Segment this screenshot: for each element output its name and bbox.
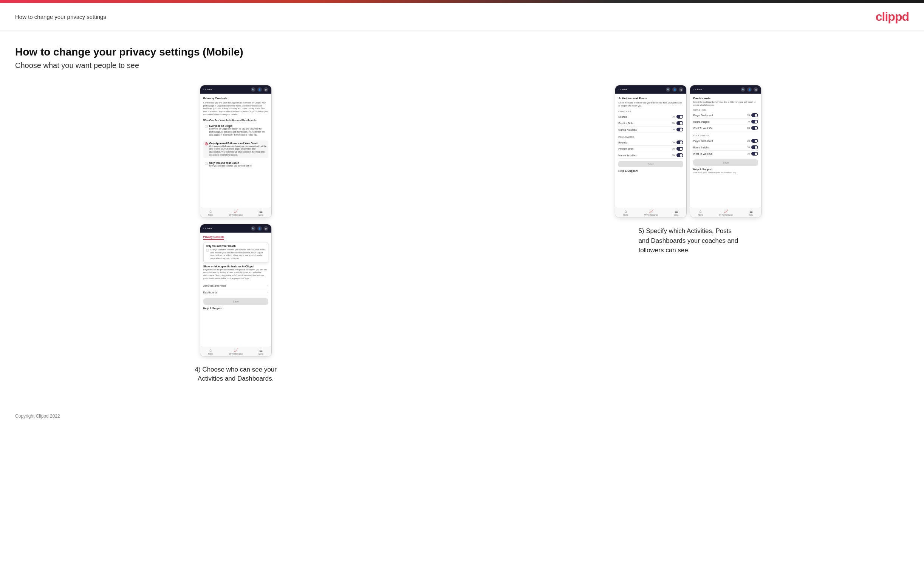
home-icon-3: ⌂	[625, 209, 627, 213]
toggle-coaches-insights-switch[interactable]	[751, 120, 758, 124]
nav-home-4[interactable]: ⌂ Home	[698, 209, 703, 216]
settings-icon[interactable]: ⚙	[264, 87, 268, 92]
chevron-activities: ›	[267, 284, 268, 287]
toggle-followers-rounds-switch[interactable]	[677, 140, 683, 144]
profile-icon-2[interactable]: 👤	[257, 226, 262, 231]
phone3-back[interactable]: ‹ < Back	[618, 89, 627, 90]
phone4-back[interactable]: ‹ < Back	[693, 89, 702, 90]
save-button-3[interactable]: Save	[618, 161, 683, 167]
phone4-content: Dashboards Select the dashboards that yo…	[690, 93, 761, 207]
phone-3: ‹ < Back 🔍 👤 ⚙ Activities and Posts Sele…	[615, 85, 687, 218]
phone4-topbar: ‹ < Back 🔍 👤 ⚙	[690, 85, 761, 93]
chart-icon-4: 📈	[724, 209, 728, 213]
toggle-coaches-manual[interactable]: Manual Activities ON	[618, 126, 683, 133]
profile-icon-3[interactable]: 👤	[672, 87, 677, 92]
nav-performance-3[interactable]: 📈 My Performance	[644, 209, 658, 216]
phone2-back[interactable]: ‹ < Back	[203, 227, 212, 230]
who-can-see-label: Who Can See Your Activities and Dashboar…	[203, 119, 268, 122]
toggle-followers-player-dash[interactable]: Player Dashboard ON	[693, 138, 758, 144]
toggle-coaches-round-insights[interactable]: Round Insights ON	[693, 119, 758, 125]
settings-icon-2[interactable]: ⚙	[264, 226, 268, 231]
menu-dashboards[interactable]: Dashboards ›	[203, 289, 268, 296]
toggle-coaches-what-to-work[interactable]: What To Work On ON	[693, 125, 758, 131]
option-only-you-text: Only You and Your Coach Only you and the…	[209, 162, 252, 168]
chart-icon-3: 📈	[649, 209, 653, 213]
toggle-followers-practice[interactable]: Practice Drills ON	[618, 146, 683, 152]
toggle-coaches-player-dash[interactable]: Player Dashboard ON	[693, 112, 758, 119]
search-icon[interactable]: 🔍	[251, 87, 255, 92]
toggle-coaches-practice-switch[interactable]	[677, 121, 683, 125]
toggle-followers-manual-switch[interactable]	[677, 153, 683, 157]
nav-menu-3[interactable]: ☰ Menu	[674, 209, 679, 216]
settings-icon-4[interactable]: ⚙	[754, 87, 758, 92]
phone1-bottomnav: ⌂ Home 📈 My Performance ☰ Menu	[200, 207, 271, 218]
option-everyone[interactable]: Everyone on Clippd Everyone on Clippd ca…	[203, 123, 268, 138]
toggle-coaches-manual-switch[interactable]	[677, 127, 683, 131]
toggle-followers-insights-switch[interactable]	[751, 145, 758, 149]
top-gradient-bar	[0, 0, 924, 3]
option-approved[interactable]: Only Approved Followers and Your Coach O…	[203, 140, 268, 158]
search-icon-3[interactable]: 🔍	[666, 87, 670, 92]
profile-icon[interactable]: 👤	[257, 87, 262, 92]
phone2-topbar: ‹ < Back 🔍 👤 ⚙	[200, 224, 271, 233]
copyright: Copyright Clippd 2022	[15, 414, 60, 419]
nav-menu-4[interactable]: ☰ Menu	[749, 209, 754, 216]
toggle-followers-round-insights[interactable]: Round Insights ON	[693, 144, 758, 151]
menu-icon-4: ☰	[750, 209, 753, 213]
dropdown-box: Only You and Your Coach Only you and the…	[203, 242, 268, 263]
show-hide-section: Show or hide specific features in Clippd…	[203, 265, 268, 280]
search-icon-2[interactable]: 🔍	[251, 226, 255, 231]
toggle-followers-what-to-work[interactable]: What To Work On ON	[693, 151, 758, 157]
search-icon-4[interactable]: 🔍	[741, 87, 745, 92]
home-icon-4: ⌂	[699, 209, 702, 213]
toggle-coaches-rounds-switch[interactable]	[677, 115, 683, 119]
save-button-4[interactable]: Save	[693, 160, 758, 166]
menu-icon-2: ☰	[259, 348, 263, 352]
chevron-dashboards: ›	[267, 291, 268, 294]
nav-performance-2[interactable]: 📈 My Performance	[229, 348, 243, 355]
settings-icon-3[interactable]: ⚙	[679, 87, 683, 92]
profile-icon-4[interactable]: 👤	[747, 87, 752, 92]
toggle-coaches-practice[interactable]: Practice Drills ON	[618, 120, 683, 126]
toggle-followers-manual[interactable]: Manual Activities ON	[618, 152, 683, 159]
option-only-you[interactable]: Only You and Your Coach Only you and the…	[203, 160, 268, 169]
privacy-tab[interactable]: Privacy Controls	[203, 235, 225, 240]
toggle-coaches-work-switch[interactable]	[751, 126, 758, 130]
toggle-followers-work-switch[interactable]	[751, 152, 758, 156]
nav-home-3[interactable]: ⌂ Home	[623, 209, 628, 216]
nav-home[interactable]: ⌂ Home	[208, 209, 213, 216]
dropdown-radio	[206, 249, 209, 252]
header: How to change your privacy settings clip…	[0, 3, 924, 31]
menu-icon-3: ☰	[675, 209, 678, 213]
activities-posts-title: Activities and Posts	[618, 97, 683, 100]
nav-performance[interactable]: 📈 My Performance	[229, 209, 243, 216]
save-button-2[interactable]: Save	[203, 298, 268, 305]
phone1-back[interactable]: ‹ < Back	[203, 89, 212, 90]
phone3-bottomnav: ⌂ Home 📈 My Performance ☰ Menu	[615, 207, 686, 218]
nav-menu-2[interactable]: ☰ Menu	[258, 348, 263, 355]
menu-activities[interactable]: Activities and Posts ›	[203, 282, 268, 289]
radio-everyone[interactable]	[205, 125, 208, 128]
page-subheading: Choose what you want people to see	[15, 61, 909, 70]
option-approved-text: Only Approved Followers and Your Coach O…	[209, 142, 267, 157]
home-icon: ⌂	[209, 209, 212, 213]
toggle-coaches-rounds[interactable]: Rounds ON	[618, 114, 683, 120]
caption-step5: 5) Specify which Activities, Posts and D…	[638, 226, 738, 255]
radio-only-you[interactable]	[205, 162, 208, 165]
logo: clippd	[876, 10, 909, 24]
toggle-followers-rounds[interactable]: Rounds ON	[618, 139, 683, 146]
radio-approved[interactable]	[205, 142, 208, 145]
footer: Copyright Clippd 2022	[0, 406, 924, 426]
activities-posts-desc: Select the types of activity that you'd …	[618, 102, 683, 107]
phone4-bottomnav: ⌂ Home 📈 My Performance ☰ Menu	[690, 207, 761, 218]
nav-home-2[interactable]: ⌂ Home	[208, 348, 213, 355]
main-content: How to change your privacy settings (Mob…	[0, 31, 924, 406]
nav-menu[interactable]: ☰ Menu	[258, 209, 263, 216]
chart-icon: 📈	[234, 209, 238, 213]
phone3-topbar: ‹ < Back 🔍 👤 ⚙	[615, 85, 686, 93]
toggle-followers-practice-switch[interactable]	[677, 147, 683, 151]
toggle-followers-player-switch[interactable]	[751, 139, 758, 143]
menu-icon: ☰	[259, 209, 263, 213]
toggle-coaches-player-switch[interactable]	[751, 113, 758, 117]
nav-performance-4[interactable]: 📈 My Performance	[719, 209, 733, 216]
